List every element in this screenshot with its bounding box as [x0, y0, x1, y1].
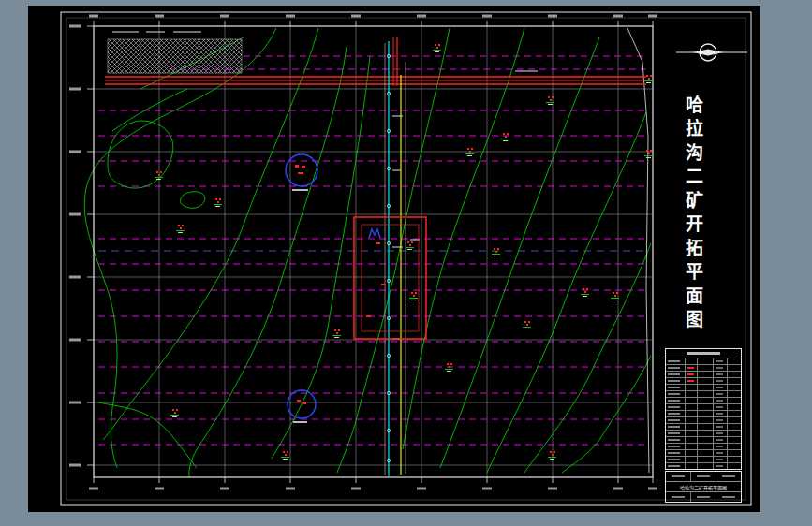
drill-table-row: [666, 391, 741, 398]
row-symbol: [687, 380, 694, 382]
drill-table-row: [666, 404, 741, 411]
borehole-symbol: [523, 321, 532, 330]
row-symbol: [687, 387, 694, 388]
borehole-symbol: [546, 96, 555, 106]
row-symbol: [687, 413, 694, 415]
row-symbol: [687, 406, 694, 408]
borehole-symbol: [170, 409, 180, 418]
row-symbol: [687, 373, 694, 375]
drill-table-row: [666, 444, 741, 450]
row-symbol: [687, 426, 694, 428]
borehole-symbol: [176, 225, 185, 234]
borehole-symbol: [409, 292, 419, 301]
drill-table-header: [666, 349, 741, 358]
drill-table-row: [666, 365, 741, 372]
borehole-symbol: [281, 451, 290, 460]
row-symbol: [687, 419, 694, 421]
row-symbol: [687, 367, 694, 369]
row-symbol: [687, 465, 694, 467]
borehole-symbol: [445, 363, 454, 373]
title-block: 哈拉沟二矿开拓平面图: [665, 471, 742, 503]
borehole-symbol: [644, 75, 654, 84]
row-symbol: [687, 432, 694, 434]
borehole-symbol: [501, 133, 510, 142]
borehole-symbol: [214, 198, 223, 208]
drawing-title-vertical: 哈拉沟二矿开拓平面图: [678, 92, 706, 337]
drill-table-row: [666, 411, 741, 417]
drill-table-row: [666, 417, 741, 424]
borehole-symbol: [611, 292, 620, 301]
drill-table-row: [666, 424, 741, 431]
borehole-symbol: [581, 288, 590, 298]
borehole-symbols-layer: [28, 6, 760, 512]
borehole-symbol: [492, 248, 501, 257]
row-symbol: [687, 452, 694, 454]
drill-table-row: [666, 398, 741, 404]
borehole-symbol: [433, 44, 442, 53]
drill-table-row: [666, 358, 741, 365]
borehole-symbol: [406, 241, 415, 251]
drill-table-row: [666, 463, 741, 469]
drill-table-row: [666, 378, 741, 385]
borehole-symbol: [155, 171, 164, 181]
north-arrow-icon: [674, 39, 749, 66]
drill-table-row: [666, 431, 741, 437]
drill-table-row: [666, 372, 741, 378]
borehole-symbol: [465, 148, 475, 157]
drill-table-row: [666, 457, 741, 463]
drill-table-row: [666, 437, 741, 444]
borehole-symbol: [644, 150, 654, 159]
drill-data-table: [665, 348, 742, 470]
row-symbol: [687, 459, 694, 460]
cad-viewport: 哈拉沟二矿开拓平面图: [0, 0, 812, 526]
borehole-symbol: [332, 329, 342, 339]
row-symbol: [687, 439, 694, 441]
title-block-text: 哈拉沟二矿开拓平面图: [680, 484, 727, 490]
row-symbol: [687, 393, 694, 395]
row-symbol: [687, 446, 694, 447]
borehole-symbol: [548, 451, 557, 460]
drill-table-rows: [666, 358, 741, 469]
row-symbol: [687, 360, 694, 362]
drill-table-row: [666, 450, 741, 457]
row-symbol: [687, 400, 694, 402]
drawing-canvas: 哈拉沟二矿开拓平面图: [28, 6, 760, 512]
drill-table-row: [666, 385, 741, 391]
